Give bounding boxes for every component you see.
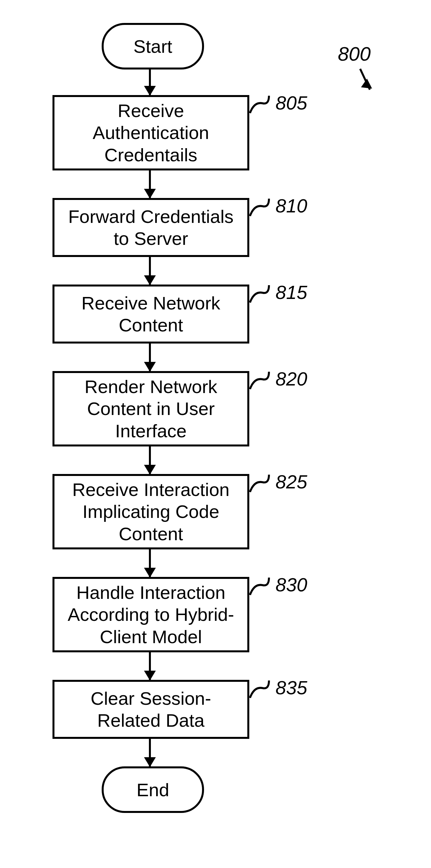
process-step-815-text: Receive Network Content: [61, 292, 241, 336]
process-step-810: Forward Credentials to Server: [53, 198, 249, 257]
flowchart-canvas: 800 Start Receive Authentication Credent…: [0, 0, 431, 868]
process-step-830: Handle Interaction According to Hybrid-C…: [53, 577, 249, 652]
ref-label-805: 805: [276, 92, 307, 114]
ref-label-810: 810: [276, 195, 307, 217]
process-step-805: Receive Authentication Credentails: [53, 95, 249, 170]
terminator-start-label: Start: [134, 36, 172, 57]
ref-label-820: 820: [276, 368, 307, 390]
callout-brace: [249, 284, 272, 304]
figure-number-arrow: [359, 68, 371, 90]
callout-brace: [249, 474, 272, 494]
process-step-835-text: Clear Session-Related Data: [61, 687, 241, 731]
ref-label-830: 830: [276, 574, 307, 596]
arrow: [149, 257, 151, 284]
callout-brace: [249, 198, 272, 218]
callout-brace: [249, 371, 272, 391]
process-step-805-text: Receive Authentication Credentails: [61, 100, 241, 166]
callout-brace: [249, 95, 272, 115]
terminator-start: Start: [102, 23, 204, 69]
callout-brace: [249, 577, 272, 597]
process-step-830-text: Handle Interaction According to Hybrid-C…: [61, 582, 241, 648]
process-step-825: Receive Interaction Implicating Code Con…: [53, 474, 249, 549]
figure-number-label: 800: [338, 42, 371, 65]
process-step-825-text: Receive Interaction Implicating Code Con…: [61, 478, 241, 545]
callout-brace: [249, 680, 272, 700]
arrow: [149, 446, 151, 474]
arrow: [149, 739, 151, 766]
arrow: [149, 67, 151, 95]
arrow: [149, 170, 151, 198]
process-step-815: Receive Network Content: [53, 284, 249, 344]
process-step-810-text: Forward Credentials to Server: [61, 206, 241, 249]
arrow: [149, 652, 151, 680]
ref-label-815: 815: [276, 281, 307, 303]
process-step-820: Render Network Content in User Interface: [53, 371, 249, 446]
ref-label-835: 835: [276, 677, 307, 699]
arrow: [149, 549, 151, 577]
process-step-820-text: Render Network Content in User Interface: [61, 376, 241, 442]
process-step-835: Clear Session-Related Data: [53, 680, 249, 739]
ref-label-825: 825: [276, 471, 307, 493]
terminator-end-label: End: [137, 779, 169, 801]
terminator-end: End: [102, 766, 204, 813]
arrow: [149, 344, 151, 371]
